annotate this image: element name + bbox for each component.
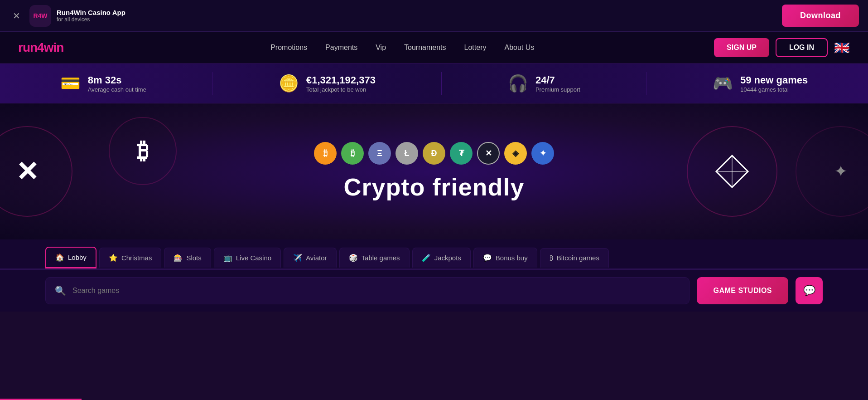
jackpot-text: €1,321,192,373 Total jackpot to be won <box>306 74 376 93</box>
top-banner: ✕ R4W Run4Win Casino App for all devices… <box>0 0 868 32</box>
tab-jackpots[interactable]: 🧪 Jackpots <box>412 248 471 268</box>
coin-tether: ₮ <box>450 142 473 165</box>
hero-circle-right <box>687 126 777 217</box>
tab-aviator[interactable]: ✈️ Aviator <box>284 248 336 268</box>
games-icon: 🎮 <box>713 74 733 93</box>
hero-circle-btc: ₿ <box>109 117 177 185</box>
tab-live-casino[interactable]: 📺 Live Casino <box>214 248 281 268</box>
support-text: 24/7 Premium support <box>535 74 580 93</box>
download-button[interactable]: Download <box>782 5 859 27</box>
slots-icon: 🎰 <box>174 254 183 262</box>
tab-lobby-label: Lobby <box>68 254 87 261</box>
cashout-text: 8m 32s Average cash out time <box>88 74 146 93</box>
eth-diamond-icon <box>714 153 750 190</box>
coin-dogecoin: Ð <box>423 142 445 165</box>
tab-live-casino-label: Live Casino <box>236 254 271 262</box>
tab-bitcoin-games-label: Bitcoin games <box>557 254 599 262</box>
search-icon: 🔍 <box>55 285 66 296</box>
cashout-icon: 💳 <box>60 74 81 93</box>
lobby-icon: 🏠 <box>55 253 64 262</box>
cashout-value: 8m 32s <box>88 74 146 86</box>
aviator-icon: ✈️ <box>293 254 302 262</box>
hero-circle-left: ✕ <box>0 126 72 217</box>
stat-divider-2 <box>441 72 442 95</box>
tab-aviator-label: Aviator <box>306 254 327 262</box>
bitcoin-games-icon: ₿ <box>550 254 553 262</box>
tab-bonus-buy-label: Bonus buy <box>496 254 528 262</box>
nav-link-tournaments[interactable]: Tournaments <box>404 44 446 52</box>
tab-christmas-label: Christmas <box>121 254 152 262</box>
jackpot-icon: 🪙 <box>279 74 299 93</box>
tab-table-games[interactable]: 🎲 Table games <box>339 248 410 268</box>
search-section: 🔍 GAME STUDIOS 💬 <box>0 270 868 312</box>
tab-slots-label: Slots <box>186 254 201 262</box>
stat-jackpot: 🪙 €1,321,192,373 Total jackpot to be won <box>279 74 376 93</box>
coin-bnb: ◈ <box>504 142 527 165</box>
app-info-section: ✕ R4W Run4Win Casino App for all devices <box>9 5 125 27</box>
tab-slots[interactable]: 🎰 Slots <box>164 248 211 268</box>
stat-divider-1 <box>212 72 212 95</box>
tabs-section: 🏠 Lobby ⭐ Christmas 🎰 Slots 📺 Live Casin… <box>0 239 868 270</box>
games-text: 59 new games 10444 games total <box>740 74 808 93</box>
hero-circle-far-right: ✦ <box>796 126 868 217</box>
nav-link-payments[interactable]: Payments <box>325 44 357 52</box>
games-new-value: 59 new games <box>740 74 808 86</box>
coin-litecoin: Ł <box>395 142 418 165</box>
coin-ethereum: Ξ <box>368 142 391 165</box>
coin-bitcoin-green: ₿ <box>341 142 364 165</box>
stat-cashout: 💳 8m 32s Average cash out time <box>60 74 146 93</box>
xrp-bg-symbol: ✕ <box>16 156 39 187</box>
tabs-bar: 🏠 Lobby ⭐ Christmas 🎰 Slots 📺 Live Casin… <box>0 239 868 270</box>
login-button[interactable]: LOG IN <box>776 38 828 57</box>
app-logo: R4W <box>29 5 51 27</box>
tab-bonus-buy[interactable]: 💬 Bonus buy <box>473 248 537 268</box>
games-total-label: 10444 games total <box>740 86 808 93</box>
stats-bar: 💳 8m 32s Average cash out time 🪙 €1,321,… <box>0 63 868 103</box>
app-name: Run4Win Casino App <box>57 9 125 16</box>
bonus-buy-icon: 💬 <box>483 254 492 262</box>
nav-link-about-us[interactable]: About Us <box>504 44 534 52</box>
coin-bitcoin: ₿ <box>314 142 337 165</box>
crypto-icons-row: ₿ ₿ Ξ Ł Ð ₮ ✕ ◈ ✦ <box>314 142 554 165</box>
navbar: run4win Promotions Payments Vip Tourname… <box>0 32 868 63</box>
tab-table-games-label: Table games <box>362 254 400 262</box>
nav-links: Promotions Payments Vip Tournaments Lott… <box>91 44 714 52</box>
stat-support: 🎧 24/7 Premium support <box>508 74 580 93</box>
nav-link-lottery[interactable]: Lottery <box>464 44 487 52</box>
jackpot-label: Total jackpot to be won <box>306 86 376 93</box>
chat-icon: 💬 <box>803 285 815 297</box>
hero-section: ✕ ₿ ✦ ₿ ₿ Ξ Ł Ð ₮ ✕ ◈ ✦ Crypto friendly <box>0 103 868 239</box>
search-box: 🔍 <box>45 277 690 304</box>
coin-cardano: ✦ <box>531 142 554 165</box>
cashout-label: Average cash out time <box>88 86 146 93</box>
nav-link-promotions[interactable]: Promotions <box>270 44 307 52</box>
christmas-icon: ⭐ <box>109 254 118 262</box>
support-icon: 🎧 <box>508 74 528 93</box>
signup-button[interactable]: SIGN UP <box>714 38 769 57</box>
support-label: Premium support <box>535 86 580 93</box>
stat-divider-3 <box>646 72 646 95</box>
nav-link-vip[interactable]: Vip <box>376 44 386 52</box>
chat-button[interactable]: 💬 <box>796 277 823 304</box>
app-description: Run4Win Casino App for all devices <box>57 9 125 23</box>
logo-text: run4win <box>18 40 63 54</box>
stat-games: 🎮 59 new games 10444 games total <box>713 74 808 93</box>
jackpot-value: €1,321,192,373 <box>306 74 376 86</box>
game-studios-button[interactable]: GAME STUDIOS <box>697 277 788 304</box>
tab-lobby[interactable]: 🏠 Lobby <box>45 247 96 268</box>
search-input[interactable] <box>72 287 680 295</box>
coin-xrp: ✕ <box>477 142 500 165</box>
tab-bitcoin-games[interactable]: ₿ Bitcoin games <box>540 248 609 268</box>
app-subtitle: for all devices <box>57 16 125 23</box>
language-selector[interactable]: 🇬🇧 <box>834 40 850 55</box>
close-banner-button[interactable]: ✕ <box>9 9 24 23</box>
table-games-icon: 🎲 <box>349 254 358 262</box>
nav-actions: SIGN UP LOG IN 🇬🇧 <box>714 38 850 57</box>
btc-bg-symbol: ₿ <box>137 138 149 164</box>
tab-christmas[interactable]: ⭐ Christmas <box>99 248 162 268</box>
jackpots-icon: 🧪 <box>422 254 431 262</box>
support-value: 24/7 <box>535 74 580 86</box>
ada-bg-symbol: ✦ <box>834 162 848 181</box>
tab-jackpots-label: Jackpots <box>434 254 461 262</box>
site-logo: run4win <box>18 40 63 55</box>
